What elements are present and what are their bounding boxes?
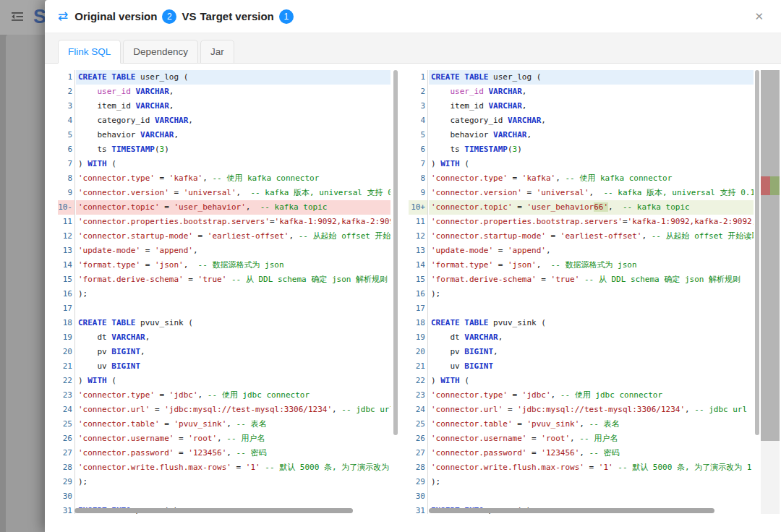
code-line: ) WITH ( [429, 374, 754, 388]
line-number: 18 [58, 316, 74, 330]
line-number: 31 [409, 504, 427, 514]
code-line: dt VARCHAR, [76, 330, 390, 345]
code-line [76, 301, 390, 316]
line-number: 4 [58, 113, 74, 128]
diff-overview-ruler[interactable] [761, 70, 780, 514]
tab-flink-sql[interactable]: Flink SQL [58, 40, 121, 64]
code-line: 'connector.password' = '123456', -- 密码 [76, 446, 390, 460]
vs-label: VS [182, 10, 196, 22]
line-number: 5 [58, 128, 74, 142]
target-vertical-scrollbar[interactable] [755, 70, 759, 514]
original-horizontal-scrollbar[interactable] [74, 508, 353, 513]
code-line: 'connector.url' = 'jdbc:mysql://test-mys… [76, 403, 390, 417]
line-number: 24 [58, 403, 74, 417]
line-number: 2 [409, 85, 427, 99]
line-number: 29 [58, 475, 74, 489]
line-number: 13 [409, 244, 427, 258]
line-number: 8 [58, 171, 74, 186]
line-number: 26 [409, 432, 427, 446]
line-number: 3 [409, 99, 427, 113]
line-number: 31 [58, 504, 74, 514]
original-code-pane[interactable]: CREATE TABLE user_log ( user_id VARCHAR,… [76, 70, 390, 514]
swap-icon: ⇄ [58, 10, 68, 22]
target-horizontal-scrollbar[interactable] [429, 508, 714, 513]
line-number: 28 [409, 460, 427, 475]
line-number: 1 [58, 70, 74, 85]
code-line: 'connector.startup-mode' = 'earliest-off… [429, 229, 754, 244]
deletion-marker [761, 176, 770, 195]
code-line: ts TIMESTAMP(3) [76, 142, 390, 157]
line-number: 25 [58, 417, 74, 432]
line-number: 29 [409, 475, 427, 489]
code-line: CREATE TABLE user_log ( [76, 70, 390, 85]
line-number: 15 [58, 273, 74, 287]
line-number: 6 [58, 142, 74, 157]
line-number: 23 [58, 388, 74, 403]
line-number: 11 [409, 215, 427, 229]
code-line: 'update-mode' = 'append', [429, 244, 754, 258]
line-number: 16 [409, 287, 427, 301]
line-number: 10+ [409, 200, 427, 215]
line-number: 21 [58, 359, 74, 374]
line-number: 28 [58, 460, 74, 475]
menu-fold-icon[interactable] [11, 10, 24, 23]
code-line: 'connector.startup-mode' = 'earliest-off… [76, 229, 390, 244]
line-number: 27 [58, 446, 74, 460]
code-line: user_id VARCHAR, [429, 85, 754, 99]
code-line: 'connector.username' = 'root', -- 用户名 [76, 432, 390, 446]
code-line [429, 301, 754, 316]
line-number: 19 [58, 330, 74, 345]
target-code-pane[interactable]: CREATE TABLE user_log ( user_id VARCHAR,… [429, 70, 754, 514]
code-line [76, 489, 390, 504]
line-number: 11 [58, 215, 74, 229]
line-number: 17 [409, 301, 427, 316]
line-number: 1 [409, 70, 427, 85]
tab-dependency[interactable]: Dependency [123, 40, 198, 64]
code-line: 'connector.url' = 'jdbc:mysql://test-mys… [429, 403, 754, 417]
code-line: ) WITH ( [429, 157, 754, 171]
line-number: 22 [58, 374, 74, 388]
code-line: 'connector.type' = 'kafka', -- 使用 kafka … [76, 171, 390, 186]
line-number: 15 [409, 273, 427, 287]
code-line: CREATE TABLE pvuv_sink ( [429, 316, 754, 330]
original-version-badge: 2 [162, 9, 176, 24]
code-line: 'connector.table' = 'pvuv_sink', -- 表名 [76, 417, 390, 432]
code-line: 'connector.topic' = 'user_behavior66', -… [429, 200, 754, 215]
line-number: 16 [58, 287, 74, 301]
line-number: 12 [58, 229, 74, 244]
addition-marker [770, 176, 780, 195]
line-number: 27 [409, 446, 427, 460]
line-number: 7 [409, 157, 427, 171]
overview-scrollbar-thumb[interactable] [761, 70, 780, 441]
modal-header: ⇄ Original version 2 VS Target version 1… [45, 0, 781, 33]
code-line: CREATE TABLE user_log ( [429, 70, 754, 85]
line-number: 4 [409, 113, 427, 128]
line-number: 25 [409, 417, 427, 432]
tab-bar: Flink SQL Dependency Jar [45, 33, 781, 64]
close-icon[interactable]: ✕ [750, 7, 768, 26]
line-number: 6 [409, 142, 427, 157]
code-line: pv BIGINT, [429, 345, 754, 359]
code-line: item_id VARCHAR, [429, 99, 754, 113]
line-number: 19 [409, 330, 427, 345]
line-number: 3 [58, 99, 74, 113]
line-number: 20 [409, 345, 427, 359]
code-line: 'connector.username' = 'root', -- 用户名 [429, 432, 754, 446]
line-number: 17 [58, 301, 74, 316]
target-version-badge: 1 [279, 9, 294, 24]
original-vertical-scrollbar[interactable] [393, 70, 398, 514]
diff-editor: 12345678910-1112131415161718192021222324… [58, 70, 781, 514]
target-line-number-gutter: 12345678910+1112131415161718192021222324… [409, 70, 428, 514]
line-number: 5 [409, 128, 427, 142]
line-number: 30 [409, 489, 427, 504]
line-number: 7 [58, 157, 74, 171]
code-line: CREATE TABLE pvuv_sink ( [76, 316, 390, 330]
line-number: 30 [58, 489, 74, 504]
code-line: pv BIGINT, [76, 345, 390, 359]
code-line: 'format.type' = 'json', -- 数据源格式为 json [76, 258, 390, 273]
code-line: 'format.derive-schema' = 'true' -- 从 DDL… [76, 273, 390, 287]
target-version-label: Target version [200, 10, 273, 22]
line-number: 18 [409, 316, 427, 330]
tab-jar[interactable]: Jar [200, 40, 234, 64]
line-number: 24 [409, 403, 427, 417]
